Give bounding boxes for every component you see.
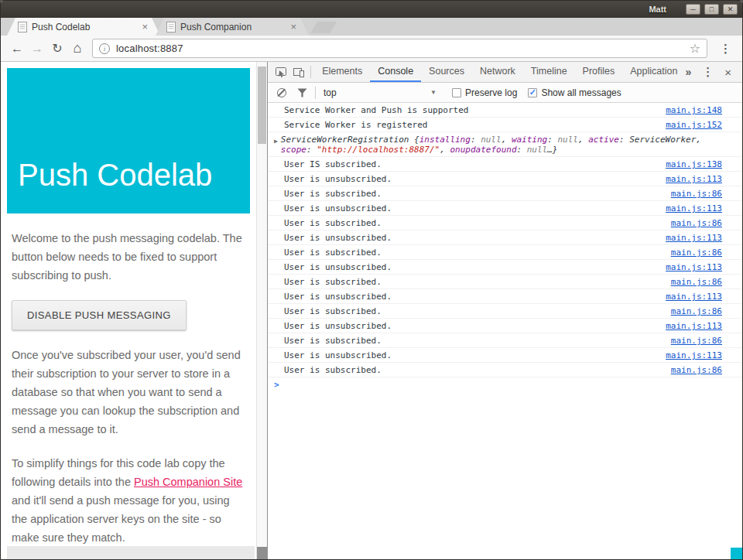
filter-icon[interactable]: [297, 88, 307, 97]
console-messages: Service Worker and Push is supportedmain…: [268, 103, 742, 559]
devtools-tab-elements[interactable]: Elements: [314, 62, 370, 82]
devtools-tab-sources[interactable]: Sources: [421, 62, 472, 82]
console-source-link[interactable]: main.js:113: [666, 203, 722, 213]
console-message: User is unsubscribed.main.js:113: [268, 230, 742, 245]
back-icon[interactable]: ←: [7, 42, 27, 56]
console-message-text: User is unsubscribed.: [284, 292, 658, 302]
devtools-menu-icon[interactable]: ⋮: [702, 65, 714, 79]
devtools-tab-network[interactable]: Network: [472, 62, 523, 82]
console-source-link[interactable]: main.js:86: [671, 189, 722, 199]
devtools-tab-application[interactable]: Application: [622, 62, 685, 82]
toolbar-separator: [315, 87, 316, 99]
console-source-link[interactable]: main.js:86: [671, 306, 722, 316]
preserve-log-group: Preserve log: [452, 87, 517, 98]
console-message: ▶ServiceWorkerRegistration {installing: …: [268, 132, 742, 157]
tab-title: Push Codelab: [32, 22, 135, 32]
execution-context-select[interactable]: top ▼: [319, 87, 441, 98]
console-message: User is subscribed.main.js:86: [268, 216, 742, 230]
tab-strip: Push Codelab × Push Companion ×: [1, 18, 742, 36]
console-message-text: User is subscribed.: [284, 306, 663, 316]
page-info-icon[interactable]: i: [99, 43, 110, 54]
browser-tab-push-companion[interactable]: Push Companion ×: [156, 18, 309, 36]
url-text[interactable]: localhost:8887: [116, 43, 690, 54]
tab-close-icon[interactable]: ×: [140, 22, 149, 32]
more-tabs-icon[interactable]: »: [685, 66, 691, 78]
console-source-link[interactable]: main.js:86: [671, 277, 722, 287]
devtools-close-icon[interactable]: ×: [724, 66, 731, 79]
console-source-link[interactable]: main.js:138: [666, 159, 722, 169]
console-source-link[interactable]: main.js:152: [666, 120, 722, 130]
close-button[interactable]: ✕: [723, 4, 738, 15]
console-message-text: User IS subscribed.: [284, 159, 658, 169]
devtools-panel: ElementsConsoleSourcesNetworkTimelinePro…: [267, 62, 742, 559]
home-icon[interactable]: ⌂: [67, 40, 87, 56]
page-title: Push Codelab: [18, 159, 212, 190]
forward-icon[interactable]: →: [27, 42, 47, 56]
companion-text-after: and it'll send a push message for you, u…: [12, 494, 230, 544]
console-message: User is unsubscribed.main.js:113: [268, 172, 742, 186]
clear-console-icon[interactable]: [277, 88, 286, 97]
console-source-link[interactable]: main.js:113: [666, 233, 722, 243]
console-message: Service Worker and Push is supportedmain…: [268, 103, 742, 118]
preserve-log-label: Preserve log: [465, 87, 517, 98]
disable-push-button[interactable]: DISABLE PUSH MESSAGING: [12, 300, 187, 330]
console-message: User is subscribed.main.js:86: [268, 245, 742, 260]
textarea-top-edge: [7, 546, 255, 559]
console-source-link[interactable]: main.js:148: [666, 105, 722, 115]
console-source-link[interactable]: main.js:113: [666, 321, 722, 331]
show-all-messages-checkbox[interactable]: ✓: [528, 88, 537, 97]
page-scrollbar[interactable]: [256, 62, 267, 559]
console-message-text: User is unsubscribed.: [284, 350, 658, 360]
tab-close-icon[interactable]: ×: [289, 22, 298, 32]
console-message-text: User is unsubscribed.: [284, 321, 658, 331]
console-source-link[interactable]: main.js:113: [666, 350, 722, 360]
maximize-button[interactable]: □: [704, 4, 719, 15]
devtools-toolbar-right: » ⋮ ×: [685, 65, 738, 79]
device-toolbar-icon[interactable]: [290, 63, 308, 81]
show-all-messages-label: Show all messages: [541, 87, 621, 98]
console-message-text: User is subscribed.: [284, 189, 663, 199]
devtools-tab-profiles[interactable]: Profiles: [575, 62, 623, 82]
push-companion-link[interactable]: Push Companion Site: [134, 476, 242, 488]
console-message: User IS subscribed.main.js:138: [268, 157, 742, 172]
console-prompt[interactable]: >: [268, 377, 742, 393]
intro-paragraph: Welcome to the push messaging codelab. T…: [12, 229, 245, 285]
minimize-button[interactable]: ─: [686, 4, 700, 15]
titlebar: Matt ─ □ ✕: [1, 1, 742, 18]
bookmark-star-icon[interactable]: ☆: [690, 41, 700, 56]
console-source-link[interactable]: main.js:86: [671, 218, 722, 228]
browser-menu-icon[interactable]: ⋮: [715, 42, 736, 56]
browser-tab-push-codelab[interactable]: Push Codelab ×: [7, 18, 160, 36]
console-source-link[interactable]: main.js:113: [666, 262, 722, 272]
console-source-link[interactable]: main.js:86: [671, 248, 722, 258]
console-message-text: User is subscribed.: [284, 248, 663, 258]
console-source-link[interactable]: main.js:113: [666, 292, 722, 302]
console-source-link[interactable]: main.js:86: [671, 365, 722, 375]
reload-icon[interactable]: ↻: [47, 41, 67, 56]
console-message: User is unsubscribed.main.js:113: [268, 289, 742, 304]
devtools-tabs: ElementsConsoleSourcesNetworkTimelinePro…: [314, 62, 685, 82]
page-favicon-icon: [166, 22, 176, 32]
devtools-tab-console[interactable]: Console: [370, 62, 421, 82]
scrollbar-thumb[interactable]: [258, 67, 266, 144]
browser-window: Matt ─ □ ✕ Push Codelab × Push Companion…: [0, 0, 743, 560]
inspect-element-icon[interactable]: [272, 63, 290, 81]
address-bar[interactable]: i localhost:8887 ☆: [92, 39, 707, 58]
expand-arrow-icon[interactable]: ▶: [274, 136, 278, 146]
console-message: User is subscribed.main.js:86: [268, 363, 742, 377]
console-source-link[interactable]: main.js:113: [666, 174, 722, 184]
console-source-link[interactable]: main.js:86: [671, 336, 722, 346]
console-message-text: User is unsubscribed.: [284, 174, 658, 184]
tab-title: Push Companion: [180, 22, 284, 32]
new-tab-button[interactable]: [310, 22, 337, 33]
scrollbar-corner: [257, 547, 267, 559]
content-area: Push Codelab Welcome to the push messagi…: [1, 62, 742, 559]
window-title: Matt: [649, 5, 666, 14]
console-message: User is subscribed.main.js:86: [268, 275, 742, 289]
console-message-text: User is subscribed.: [284, 365, 663, 375]
console-message: User is unsubscribed.main.js:113: [268, 348, 742, 363]
console-prompt-icon: >: [274, 381, 279, 390]
devtools-tab-timeline[interactable]: Timeline: [523, 62, 575, 82]
page-favicon-icon: [18, 22, 27, 32]
preserve-log-checkbox[interactable]: [452, 88, 461, 97]
